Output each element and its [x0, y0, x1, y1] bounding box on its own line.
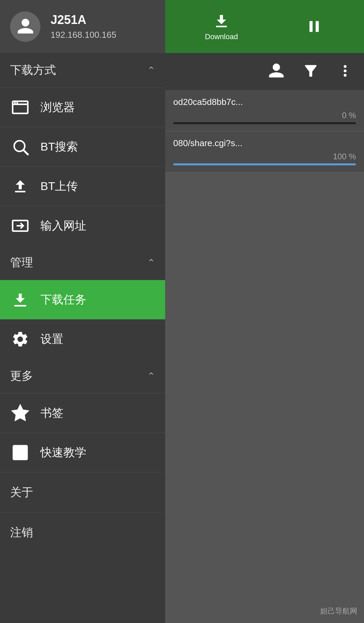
download-item-1-progress-bar [173, 122, 356, 124]
bt-upload-icon [10, 176, 30, 196]
top-bar: Download [165, 0, 364, 53]
help-icon: ? [10, 442, 30, 463]
download-item-2-progress-fill [173, 163, 356, 165]
menu-item-bt-upload-label: BT上传 [40, 179, 78, 194]
settings-icon [10, 329, 30, 349]
left-drawer: J251A 192.168.100.165 下载方式 ⌃ 浏览器 BT搜索 [0, 0, 165, 623]
menu-item-bt-search[interactable]: BT搜索 [0, 127, 165, 166]
download-item-2[interactable]: 080/share.cgi?s... 100 % [165, 131, 364, 172]
browser-icon [10, 97, 30, 117]
menu-item-tutorial-label: 快速教学 [40, 445, 86, 460]
menu-item-settings[interactable]: 设置 [0, 319, 165, 359]
bt-search-icon [10, 137, 30, 157]
simple-item-logout[interactable]: 注销 [0, 512, 165, 552]
download-tab[interactable]: Download [205, 12, 238, 41]
menu-item-bookmark-label: 书签 [40, 405, 63, 421]
person-icon [268, 62, 285, 80]
download-item-1[interactable]: od20ca5d8bb7c... 0 % [165, 90, 364, 131]
menu-item-bookmark[interactable]: 书签 [0, 393, 165, 433]
download-item-1-name: od20ca5d8bb7c... [173, 97, 356, 107]
chevron-up-icon-more: ⌃ [147, 371, 155, 382]
person-filter-button[interactable] [268, 62, 285, 81]
menu-item-input-url-label: 输入网址 [40, 218, 86, 234]
second-bar [165, 53, 364, 90]
chevron-up-icon-manage: ⌃ [147, 257, 155, 268]
menu-item-tutorial[interactable]: ? 快速教学 [0, 433, 165, 472]
menu-item-download-task-label: 下载任务 [40, 292, 86, 307]
download-item-2-name: 080/share.cgi?s... [173, 138, 356, 148]
section-download-method[interactable]: 下载方式 ⌃ [0, 53, 165, 87]
menu-item-browser[interactable]: 浏览器 [0, 87, 165, 127]
bookmark-icon [10, 403, 30, 423]
more-options-button[interactable] [336, 62, 354, 81]
simple-item-logout-label: 注销 [10, 526, 33, 539]
pause-icon [304, 17, 324, 36]
section-manage[interactable]: 管理 ⌃ [0, 245, 165, 280]
user-ip: 192.168.100.165 [51, 30, 116, 40]
menu-item-bt-search-label: BT搜索 [40, 139, 78, 155]
section-more[interactable]: 更多 ⌃ [0, 359, 165, 393]
download-list: od20ca5d8bb7c... 0 % 080/share.cgi?s... … [165, 90, 364, 172]
filter-button[interactable] [302, 62, 320, 81]
chevron-up-icon-download: ⌃ [147, 65, 155, 76]
user-header[interactable]: J251A 192.168.100.165 [0, 0, 165, 53]
filter-icon [302, 62, 320, 80]
section-more-title: 更多 [10, 368, 33, 384]
download-item-1-progress-text: 0 % [173, 111, 356, 120]
section-download-method-title: 下载方式 [10, 62, 56, 78]
svg-rect-3 [17, 102, 18, 104]
watermark: 妲己导航网 [320, 606, 357, 616]
svg-text:?: ? [18, 448, 23, 458]
user-info: J251A 192.168.100.165 [51, 13, 116, 40]
svg-rect-2 [14, 102, 16, 104]
pause-tab[interactable] [304, 17, 324, 36]
menu-item-download-task[interactable]: 下载任务 [0, 280, 165, 319]
svg-rect-8 [14, 305, 26, 307]
download-task-icon [10, 290, 30, 310]
menu-item-bt-upload[interactable]: BT上传 [0, 166, 165, 206]
download-tab-label: Download [205, 32, 238, 41]
download-item-2-progress-text: 100 % [173, 152, 356, 161]
input-url-icon [10, 216, 30, 236]
section-manage-title: 管理 [10, 255, 33, 270]
avatar-icon [16, 17, 35, 36]
user-name: J251A [51, 13, 116, 27]
download-item-2-progress-bar [173, 163, 356, 165]
avatar [10, 11, 40, 42]
simple-item-about[interactable]: 关于 [0, 472, 165, 512]
svg-marker-9 [13, 406, 28, 420]
more-icon [336, 62, 354, 80]
svg-rect-6 [15, 191, 26, 193]
menu-item-input-url[interactable]: 输入网址 [0, 206, 165, 245]
download-icon [211, 12, 232, 30]
menu-item-browser-label: 浏览器 [40, 100, 75, 115]
simple-item-about-label: 关于 [10, 486, 33, 498]
menu-item-settings-label: 设置 [40, 331, 63, 347]
svg-line-5 [24, 150, 28, 154]
